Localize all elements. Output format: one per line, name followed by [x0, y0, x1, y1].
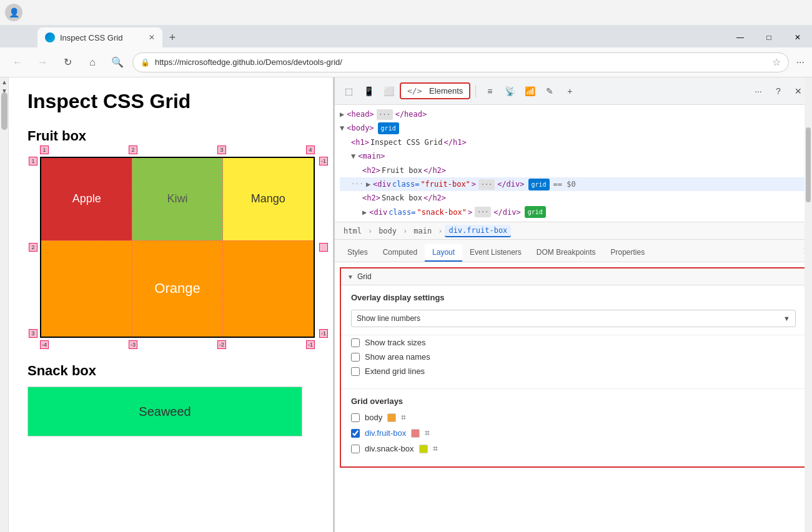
dropdown-label: Show line numbers [357, 314, 420, 323]
help-button[interactable]: ? [770, 82, 787, 100]
grid-numbers-right: -1 -1 [319, 157, 328, 338]
dom-tree: ▶ <head> ··· </head> ▼ <body> grid <h1> … [335, 105, 812, 222]
show-track-sizes-label: Show track sizes [365, 338, 426, 347]
orange-cell: Orange [41, 240, 314, 337]
tab-computed[interactable]: Computed [375, 244, 425, 262]
tab-title: Inspect CSS Grid [60, 33, 122, 42]
webpage-content: Inspect CSS Grid Fruit box 1 2 3 4 1 2 3… [9, 77, 334, 532]
grid-num: 2 [29, 243, 37, 252]
overlay-body-row: body ⌗ [351, 412, 796, 423]
snack-box-overlay-label: div.snack-box [365, 444, 414, 453]
more-tools-button[interactable]: ··· [750, 82, 767, 100]
tab-properties[interactable]: Properties [603, 244, 653, 262]
body-overlay-target-icon[interactable]: ⌗ [401, 412, 406, 423]
grid-num: 1 [40, 145, 49, 154]
dom-head-line[interactable]: ▶ <head> ··· </head> [340, 107, 807, 121]
scroll-up[interactable]: ▲ [0, 77, 9, 86]
grid-num [319, 243, 328, 252]
grid-num: -1 [319, 157, 328, 165]
overlays-title: Grid overlays [351, 397, 796, 406]
fruit-box-overlay-target-icon[interactable]: ⌗ [425, 428, 430, 438]
dom-main-line[interactable]: ▼ <main> [340, 149, 807, 163]
kiwi-cell: Kiwi [132, 158, 222, 240]
grid-overlays-group: Grid overlays body ⌗ div.fruit-box ⌗ [341, 389, 806, 466]
grid-num: 2 [129, 145, 137, 154]
dom-fruit-box-line[interactable]: ··· ▶ <div class= "fruit-box" > ··· </di… [340, 177, 807, 191]
close-button[interactable]: ✕ [783, 27, 812, 47]
device-emulation-button[interactable]: 📱 [360, 82, 377, 100]
tab-close-button[interactable]: ✕ [149, 33, 155, 42]
grid-num: -1 [319, 329, 328, 338]
lock-icon: 🔒 [141, 58, 150, 67]
show-area-names-label: Show area names [365, 352, 430, 362]
mango-cell: Mango [223, 158, 314, 240]
tab-styles[interactable]: Styles [340, 244, 375, 262]
dom-arrow: ▼ [340, 122, 344, 134]
title-bar: 👤 [0, 0, 812, 25]
show-track-sizes-row: Show track sizes [351, 338, 796, 347]
scroll-thumb[interactable] [1, 92, 7, 130]
console-button[interactable]: ≡ [481, 82, 498, 100]
dom-arrow: ▶ [340, 108, 344, 121]
snack-box-color-swatch[interactable] [419, 445, 428, 453]
layout-panel-content: ▼ Grid Overlay display settings Show lin… [335, 262, 812, 532]
browser-more-button[interactable]: ··· [796, 57, 805, 68]
grid-section-header[interactable]: ▼ Grid [341, 268, 806, 285]
tab-event-listeners[interactable]: Event Listeners [462, 244, 529, 262]
profile-icon[interactable]: 👤 [5, 4, 22, 21]
sources-button[interactable]: 📡 [501, 82, 518, 100]
fruit-box-title: Fruit box [27, 128, 314, 144]
refresh-button[interactable]: ↻ [57, 52, 77, 72]
tab-layout[interactable]: Layout [425, 244, 462, 262]
show-area-names-row: Show area names [351, 352, 796, 362]
extend-grid-lines-checkbox[interactable] [351, 367, 360, 376]
tab-dom-breakpoints[interactable]: DOM Breakpoints [529, 244, 603, 262]
body-overlay-label: body [365, 413, 382, 422]
fruit-box-overlay-checkbox[interactable] [351, 429, 360, 438]
devtools-scrollbar[interactable] [805, 77, 812, 532]
body-color-swatch[interactable] [387, 413, 396, 422]
devtools-scroll-thumb[interactable] [806, 127, 811, 202]
breadcrumb-html[interactable]: html [340, 225, 365, 237]
search-button[interactable]: 🔍 [107, 52, 127, 72]
address-bar[interactable]: 🔒 https://microsoftedge.github.io/Demos/… [132, 52, 789, 72]
toggle-panel-button[interactable]: ⬜ [380, 82, 397, 100]
elements-icon: </> [407, 86, 422, 96]
snack-box-overlay-checkbox[interactable] [351, 445, 360, 453]
page-scroll[interactable]: ▲ ▼ [0, 77, 9, 532]
line-numbers-dropdown[interactable]: Show line numbers ▼ [351, 310, 796, 327]
dom-h1-line[interactable]: <h1> Inspect CSS Grid </h1> [340, 135, 807, 149]
show-track-sizes-checkbox[interactable] [351, 338, 360, 347]
dom-h2-fruit-line[interactable]: <h2> Fruit box </h2> [340, 164, 807, 177]
new-tab-button[interactable]: + [162, 27, 182, 47]
dropdown-arrow-icon: ▼ [783, 315, 790, 322]
extend-grid-lines-row: Extend grid lines [351, 367, 796, 376]
favorite-icon[interactable]: ☆ [772, 56, 781, 68]
breadcrumb-body[interactable]: body [375, 225, 400, 237]
body-overlay-checkbox[interactable] [351, 413, 360, 422]
home-button[interactable]: ⌂ [82, 52, 102, 72]
tab-bar: Inspect CSS Grid ✕ + — □ ✕ [0, 25, 812, 47]
browser-tab[interactable]: Inspect CSS Grid ✕ [37, 27, 162, 47]
back-button[interactable]: ← [7, 52, 27, 72]
show-area-names-checkbox[interactable] [351, 353, 360, 362]
breadcrumb-active[interactable]: div.fruit-box [445, 225, 511, 237]
extend-grid-lines-label: Extend grid lines [365, 367, 425, 376]
inspect-element-button[interactable]: ⬚ [340, 82, 357, 100]
minimize-button[interactable]: — [726, 27, 755, 47]
breadcrumb-main[interactable]: main [410, 225, 435, 237]
fruit-box-color-swatch[interactable] [411, 429, 420, 438]
add-panel-button[interactable]: + [561, 82, 578, 100]
performance-button[interactable]: ✎ [541, 82, 558, 100]
forward-button[interactable]: → [32, 52, 52, 72]
dom-h2-snack-line[interactable]: <h2> Snack box </h2> [340, 191, 807, 205]
dom-body-line[interactable]: ▼ <body> grid [340, 121, 807, 135]
dom-snack-box-line[interactable]: ▶ <div class= "snack-box" > ··· </div> g… [340, 205, 807, 219]
snack-box-overlay-target-icon[interactable]: ⌗ [433, 443, 438, 454]
maximize-button[interactable]: □ [755, 27, 783, 47]
main-layout: ▲ ▼ Inspect CSS Grid Fruit box 1 2 3 4 1… [0, 77, 812, 532]
overlay-fruit-box-row: div.fruit-box ⌗ [351, 428, 796, 438]
grid-section: ▼ Grid Overlay display settings Show lin… [340, 267, 807, 468]
wifi-button[interactable]: 📶 [521, 82, 538, 100]
elements-panel-button[interactable]: </> Elements [400, 82, 470, 99]
